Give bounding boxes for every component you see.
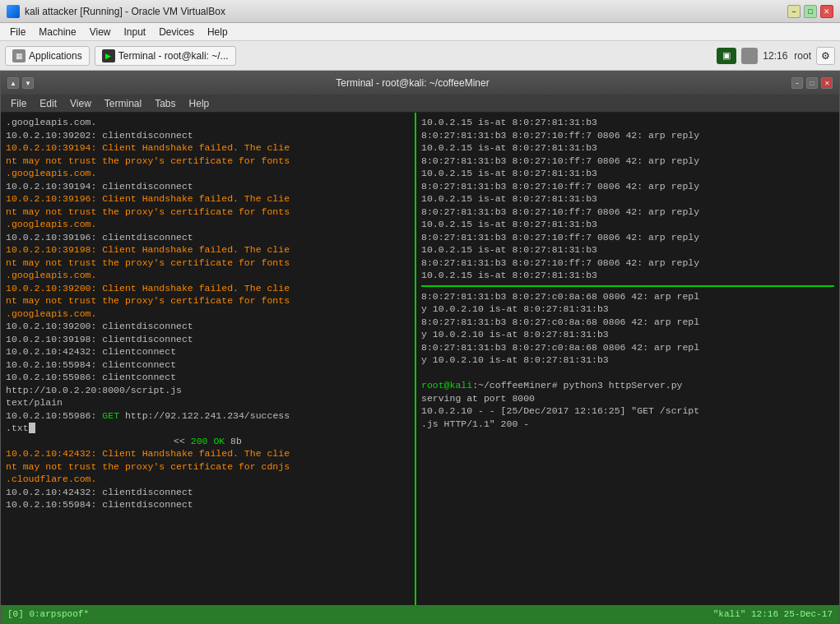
right-line: 8:0:27:81:31:b3 8:0:27:10:ff:7 0806 42: …: [421, 129, 834, 142]
left-line: nt may not trust the proxy's certificate…: [6, 460, 410, 474]
applications-icon: ▦: [12, 49, 26, 62]
vbox-minimize-button[interactable]: −: [787, 5, 801, 18]
vbox-titlebar: kali attacker [Running] - Oracle VM Virt…: [0, 0, 840, 23]
left-line: http://10.0.2.20:8000/script.js: [6, 384, 410, 397]
left-line: .googleapis.com.: [6, 307, 410, 321]
terminal-status-bar: [0] 0:arpspoof* "kali" 12:16 25-Dec-17: [1, 605, 839, 623]
left-line: .googleapis.com.: [6, 218, 410, 231]
left-line: 10.0.2.10:55986: GET http://92.122.241.2…: [6, 409, 410, 423]
left-line: 10.0.2.10:39194: clientdisconnect: [6, 180, 410, 193]
right-line: 8:0:27:81:31:b3 8:0:27:10:ff:7 0806 42: …: [421, 231, 834, 244]
right-line: 10.0.2.10 - - [25/Dec/2017 12:16:25] "GE…: [421, 404, 834, 418]
vbox-menu-view[interactable]: View: [83, 25, 118, 39]
terminal-minimize[interactable]: −: [791, 77, 803, 89]
right-line: 10.0.2.15 is-at 8:0:27:81:31:b3: [421, 218, 834, 231]
vbox-window-controls: − □ ✕: [787, 5, 833, 18]
right-line: 8:0:27:81:31:b3 8:0:27:c0:8a:68 0806 42:…: [421, 290, 834, 303]
terminal-arrow-up[interactable]: ▲: [7, 77, 19, 89]
tmenu-help[interactable]: Help: [183, 96, 216, 111]
right-line: y 10.0.2.10 is-at 8:0:27:81:31:b3: [421, 328, 834, 341]
terminal-tab[interactable]: ▶ Terminal - root@kali: ~/...: [95, 46, 236, 66]
right-line: 8:0:27:81:31:b3 8:0:27:10:ff:7 0806 42: …: [421, 155, 834, 168]
right-line: 10.0.2.15 is-at 8:0:27:81:31:b3: [421, 167, 834, 180]
vbox-close-button[interactable]: ✕: [820, 5, 833, 18]
left-line: 10.0.2.10:55984: clientconnect: [6, 358, 410, 372]
left-line: 10.0.2.10:39200: Client Handshake failed…: [6, 282, 410, 295]
vbox-menu-devices[interactable]: Devices: [152, 25, 201, 39]
terminal-maximize[interactable]: □: [806, 77, 818, 89]
vm-toolbar: ▦ Applications ▶ Terminal - root@kali: ~…: [0, 41, 840, 71]
status-left: [0] 0:arpspoof*: [7, 609, 89, 619]
terminal-title: Terminal - root@kali: ~/coffeeMiner: [34, 77, 791, 89]
tmenu-file[interactable]: File: [4, 96, 33, 111]
left-line: 10.0.2.10:42432: clientdisconnect: [6, 486, 410, 499]
tmenu-terminal[interactable]: Terminal: [98, 96, 148, 111]
right-line: 10.0.2.15 is-at 8:0:27:81:31:b3: [421, 269, 834, 282]
terminal-titlebar: ▲ ▼ Terminal - root@kali: ~/coffeeMiner …: [1, 72, 839, 95]
terminal-window: ▲ ▼ Terminal - root@kali: ~/coffeeMiner …: [0, 71, 840, 624]
left-line: 10.0.2.10:39200: clientdisconnect: [6, 320, 410, 333]
left-line: nt may not trust the proxy's certificate…: [6, 155, 410, 168]
left-line: nt may not trust the proxy's certificate…: [6, 294, 410, 307]
vbox-menu-machine[interactable]: Machine: [32, 25, 82, 39]
left-line: .googleapis.com.: [6, 116, 410, 129]
tmenu-edit[interactable]: Edit: [33, 96, 63, 111]
settings-icon: ⚙: [821, 50, 830, 62]
left-line: text/plain: [6, 396, 410, 409]
left-line: 10.0.2.10:39196: Client Handshake failed…: [6, 192, 410, 206]
terminal-icon: ▶: [102, 49, 115, 62]
right-line: [421, 367, 834, 380]
left-line: 10.0.2.10:42432: Client Handshake failed…: [6, 447, 410, 460]
status-right: "kali" 12:16 25-Dec-17: [713, 609, 833, 619]
terminal-controls-right: − □ ✕: [791, 77, 833, 89]
right-line: 10.0.2.15 is-at 8:0:27:81:31:b3: [421, 192, 834, 206]
right-line: serving at port 8000: [421, 392, 834, 405]
left-line: .cloudflare.com.: [6, 473, 410, 486]
vbox-menu-file[interactable]: File: [3, 25, 32, 39]
vm-status-icon: ▣: [717, 48, 736, 64]
applications-button[interactable]: ▦ Applications: [5, 46, 90, 66]
prompt-user: root@kali: [421, 380, 472, 391]
vbox-menu-help[interactable]: Help: [201, 25, 234, 39]
right-line: 10.0.2.15 is-at 8:0:27:81:31:b3: [421, 243, 834, 257]
left-line: 10.0.2.10:39194: Client Handshake failed…: [6, 141, 410, 155]
left-line: nt may not trust the proxy's certificate…: [6, 257, 410, 270]
left-line: nt may not trust the proxy's certificate…: [6, 206, 410, 219]
right-line: 8:0:27:81:31:b3 8:0:27:10:ff:7 0806 42: …: [421, 206, 834, 219]
right-line: 10.0.2.15 is-at 8:0:27:81:31:b3: [421, 141, 834, 155]
right-command-line: root@kali:~/coffeeMiner# python3 httpSer…: [421, 379, 834, 392]
right-line: .js HTTP/1.1" 200 -: [421, 418, 834, 431]
left-line: .googleapis.com.: [6, 167, 410, 180]
vm-settings-button[interactable]: ⚙: [816, 47, 835, 65]
tmenu-tabs[interactable]: Tabs: [148, 96, 182, 111]
terminal-arrow-down[interactable]: ▼: [22, 77, 34, 89]
terminal-menubar: File Edit View Terminal Tabs Help: [1, 95, 839, 113]
vbox-maximize-button[interactable]: □: [804, 5, 817, 18]
terminal-close[interactable]: ✕: [821, 77, 833, 89]
right-pane-separator: [421, 285, 834, 287]
applications-label: Applications: [29, 50, 82, 62]
right-terminal-pane[interactable]: 10.0.2.15 is-at 8:0:27:81:31:b3 8:0:27:8…: [416, 113, 839, 605]
vm-clock-area: 12:16 root: [763, 50, 811, 62]
left-line: 10.0.2.10:55986: clientconnect: [6, 371, 410, 384]
prompt-path: :~/coffeeMiner#: [472, 380, 558, 391]
right-line: 10.0.2.15 is-at 8:0:27:81:31:b3: [421, 116, 834, 129]
vm-network-icon: [741, 48, 758, 64]
right-line: 8:0:27:81:31:b3 8:0:27:c0:8a:68 0806 42:…: [421, 316, 834, 329]
right-line: y 10.0.2.10 is-at 8:0:27:81:31:b3: [421, 354, 834, 367]
left-line: 10.0.2.10:39198: clientdisconnect: [6, 333, 410, 346]
left-line: 10.0.2.10:55984: clientdisconnect: [6, 498, 410, 511]
left-line: .googleapis.com.: [6, 269, 410, 282]
terminal-content: .googleapis.com. 10.0.2.10:39202: client…: [1, 113, 839, 605]
terminal-controls-left: ▲ ▼: [7, 77, 34, 89]
left-line: .txt: [6, 422, 410, 435]
left-line: 10.0.2.10:39202: clientdisconnect: [6, 129, 410, 142]
left-line: 10.0.2.10:39198: Client Handshake failed…: [6, 243, 410, 257]
left-line: 10.0.2.10:39196: clientdisconnect: [6, 231, 410, 244]
vbox-menubar: File Machine View Input Devices Help: [0, 23, 840, 41]
tmenu-view[interactable]: View: [63, 96, 98, 111]
vbox-menu-input[interactable]: Input: [118, 25, 153, 39]
right-line: 8:0:27:81:31:b3 8:0:27:10:ff:7 0806 42: …: [421, 257, 834, 270]
left-terminal-pane[interactable]: .googleapis.com. 10.0.2.10:39202: client…: [1, 113, 416, 605]
terminal-tab-label: Terminal - root@kali: ~/...: [118, 50, 229, 62]
